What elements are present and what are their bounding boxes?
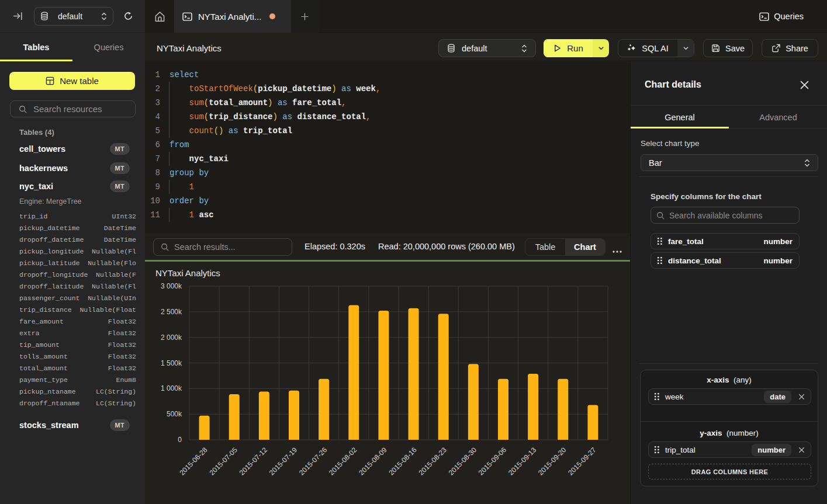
svg-text:2015-06-28: 2015-06-28 <box>178 446 209 477</box>
svg-text:3 000k: 3 000k <box>161 282 182 290</box>
svg-text:2 000k: 2 000k <box>161 333 182 342</box>
svg-text:2015-07-19: 2015-07-19 <box>268 446 299 477</box>
svg-text:2015-09-06: 2015-09-06 <box>477 446 508 477</box>
svg-text:0: 0 <box>178 436 182 444</box>
svg-text:2 500k: 2 500k <box>161 308 182 316</box>
svg-text:2015-09-13: 2015-09-13 <box>507 446 538 477</box>
svg-text:2015-08-30: 2015-08-30 <box>447 446 479 477</box>
svg-text:2015-09-27: 2015-09-27 <box>566 446 598 477</box>
svg-text:1 000k: 1 000k <box>161 384 182 392</box>
svg-text:2015-08-16: 2015-08-16 <box>387 446 418 477</box>
svg-text:2015-08-09: 2015-08-09 <box>357 446 389 477</box>
svg-text:2015-07-12: 2015-07-12 <box>238 446 269 477</box>
svg-text:2015-07-26: 2015-07-26 <box>297 446 329 477</box>
svg-text:1 500k: 1 500k <box>161 359 182 367</box>
svg-text:2015-09-20: 2015-09-20 <box>537 446 568 477</box>
svg-text:2015-07-05: 2015-07-05 <box>208 446 240 477</box>
svg-text:500k: 500k <box>167 410 182 418</box>
svg-text:2015-08-23: 2015-08-23 <box>417 446 449 477</box>
svg-text:2015-08-02: 2015-08-02 <box>327 446 359 477</box>
